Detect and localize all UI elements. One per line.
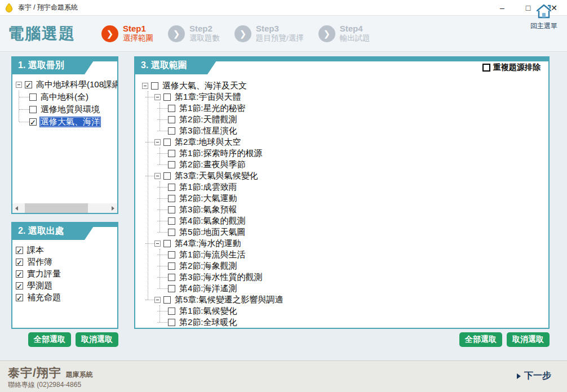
checkbox[interactable] xyxy=(168,229,175,236)
checkbox[interactable] xyxy=(168,285,175,292)
checkbox[interactable] xyxy=(168,206,175,213)
tree-item-label[interactable]: 第2節:晝夜與季節 xyxy=(178,159,247,170)
tree-item-label[interactable]: 第1節:星光的秘密 xyxy=(178,103,247,114)
panel-books-header: 1. 選取冊別 xyxy=(12,57,117,74)
tree-item-label[interactable]: 第1章:宇宙與天體 xyxy=(174,92,242,103)
scroll-left-icon[interactable] xyxy=(12,203,22,213)
checkbox[interactable] xyxy=(168,161,175,168)
source-label[interactable]: 課本 xyxy=(26,245,45,256)
checkbox[interactable] xyxy=(168,150,175,157)
tree-item-label[interactable]: 高中地球科學(108課綱) xyxy=(35,79,117,90)
panel-select-scope: 3. 選取範圍 重複題源排除 選修大氣、海洋及天文第1章:宇宙與天體第1節:星光… xyxy=(134,56,550,329)
step-texts: Step2選取題數 xyxy=(189,24,220,43)
checkbox[interactable] xyxy=(168,116,175,123)
tree-item-label[interactable]: 第1節:海流與生活 xyxy=(178,250,247,260)
checkbox[interactable] xyxy=(16,294,23,301)
panel-sources-title: 2. 選取出處 xyxy=(12,223,96,240)
checkbox[interactable] xyxy=(163,296,171,304)
checkbox[interactable] xyxy=(163,139,171,146)
dedupe-checkbox-row[interactable]: 重複題源排除 xyxy=(482,63,541,73)
checkbox[interactable] xyxy=(168,184,175,191)
chapter-block: 第1章:宇宙與天體第1節:星光的秘密第2節:天體觀測第3節:恆星演化 xyxy=(145,91,548,136)
checkbox[interactable] xyxy=(29,93,37,101)
tree-item-label[interactable]: 第1節:探索時序的根源 xyxy=(178,148,264,159)
step-label: 題目預覽/選擇 xyxy=(256,34,304,43)
checkbox[interactable] xyxy=(168,217,175,225)
source-label[interactable]: 實力評量 xyxy=(26,269,62,279)
checkbox[interactable] xyxy=(168,195,175,202)
tree-item-label[interactable]: 第2節:全球暖化 xyxy=(178,317,238,328)
home-label: 回主選單 xyxy=(526,21,561,31)
tree-item-label[interactable]: 高中地科(全) xyxy=(39,92,90,103)
checkbox[interactable] xyxy=(168,251,175,259)
scrollbar-thumb[interactable] xyxy=(25,203,88,213)
tree-item-label[interactable]: 第3節:氣象預報 xyxy=(178,204,238,215)
tree-item-label[interactable]: 第2節:海象觀測 xyxy=(178,261,238,271)
checkbox[interactable] xyxy=(163,93,171,101)
tree-item-label[interactable]: 第4節:海洋遙測 xyxy=(178,283,238,294)
footer-brand: 泰宇/翔宇 題庫系統 xyxy=(8,365,93,381)
tree-item-label[interactable]: 第4節:氣象的觀測 xyxy=(178,216,247,226)
tree-expander[interactable] xyxy=(142,83,148,89)
tree-expander[interactable] xyxy=(154,94,161,100)
next-step-button[interactable]: 下一步 xyxy=(517,370,551,382)
checkbox[interactable] xyxy=(16,282,23,289)
tree-item-label[interactable]: 第3節:海水性質的觀測 xyxy=(178,272,264,283)
tree-expander[interactable] xyxy=(16,82,22,88)
tree-item-label[interactable]: 選修地質與環境 xyxy=(39,104,101,115)
tree-expander[interactable] xyxy=(154,240,161,247)
home-button[interactable]: 回主選單 xyxy=(526,3,561,31)
source-label[interactable]: 學測題 xyxy=(26,280,54,291)
books-select-all-button[interactable]: 全部選取 xyxy=(28,332,71,347)
step-arrow-icon: ❯ xyxy=(234,25,251,42)
tree-item-label[interactable]: 第5章:氣候變遷之影響與調適 xyxy=(174,295,285,305)
checkbox[interactable] xyxy=(29,118,37,126)
checkbox[interactable] xyxy=(163,240,171,247)
checkbox[interactable] xyxy=(168,262,175,270)
tree-item-label[interactable]: 第2節:天體觀測 xyxy=(178,114,238,125)
tree-item-label[interactable]: 第3章:天氣與氣候變化 xyxy=(174,171,259,181)
tree-item-label[interactable]: 第1節:成雲致雨 xyxy=(178,182,238,193)
checkbox[interactable] xyxy=(168,319,175,326)
tree-item-label[interactable]: 第2章:地球與太空 xyxy=(174,137,242,148)
scope-select-all-button[interactable]: 全部選取 xyxy=(459,332,502,347)
tree-row: 習作簿 xyxy=(16,256,117,268)
step-2[interactable]: ❯Step2選取題數 xyxy=(168,24,220,43)
tree-item-label[interactable]: 選修大氣、海洋 xyxy=(39,117,101,127)
dedupe-checkbox[interactable] xyxy=(482,64,490,72)
tree-item-label[interactable]: 第1節:氣候變化 xyxy=(178,306,238,317)
tree-item-label[interactable]: 第4章:海水的運動 xyxy=(174,238,242,249)
checkbox[interactable] xyxy=(163,172,171,180)
checkbox[interactable] xyxy=(168,105,175,112)
tree-expander[interactable] xyxy=(154,139,161,145)
books-deselect-button[interactable]: 取消選取 xyxy=(76,332,118,347)
tree-row: 高中地球科學(108課綱) xyxy=(16,78,117,91)
checkbox[interactable] xyxy=(16,247,23,254)
step-1[interactable]: ❯Step1選擇範圍 xyxy=(101,24,153,43)
checkbox[interactable] xyxy=(29,106,37,113)
checkbox[interactable] xyxy=(168,274,175,281)
step-3[interactable]: ❯Step3題目預覽/選擇 xyxy=(234,24,304,43)
source-label[interactable]: 補充命題 xyxy=(26,292,62,303)
checkbox[interactable] xyxy=(151,82,158,90)
step-4[interactable]: ❯Step4輸出試題 xyxy=(318,24,370,43)
tree-expander[interactable] xyxy=(154,173,161,179)
tree-item-label[interactable]: 第5節:地面天氣圖 xyxy=(178,227,247,238)
tree-item-label[interactable]: 選修大氣、海洋及天文 xyxy=(161,81,248,91)
minimize-button[interactable]: – xyxy=(489,0,515,15)
books-horizontal-scrollbar[interactable] xyxy=(12,203,117,213)
source-label[interactable]: 習作簿 xyxy=(26,257,54,268)
checkbox[interactable] xyxy=(168,127,175,135)
checkbox[interactable] xyxy=(25,81,32,88)
tree-item-label[interactable]: 第3節:恆星演化 xyxy=(178,126,238,136)
checkbox[interactable] xyxy=(16,259,23,266)
tree-expander[interactable] xyxy=(154,297,161,303)
step-arrow-icon: ❯ xyxy=(318,25,335,42)
scroll-right-icon[interactable] xyxy=(108,203,117,213)
panel-scope-title: 3. 選取範圍 xyxy=(135,57,219,74)
checkbox[interactable] xyxy=(168,308,175,315)
footer: 泰宇/翔宇 題庫系統 聯絡專線 (02)2984-4865 下一步 xyxy=(0,360,567,392)
checkbox[interactable] xyxy=(16,270,23,278)
scope-deselect-button[interactable]: 取消選取 xyxy=(507,332,550,347)
tree-item-label[interactable]: 第2節:大氣運動 xyxy=(178,193,238,204)
